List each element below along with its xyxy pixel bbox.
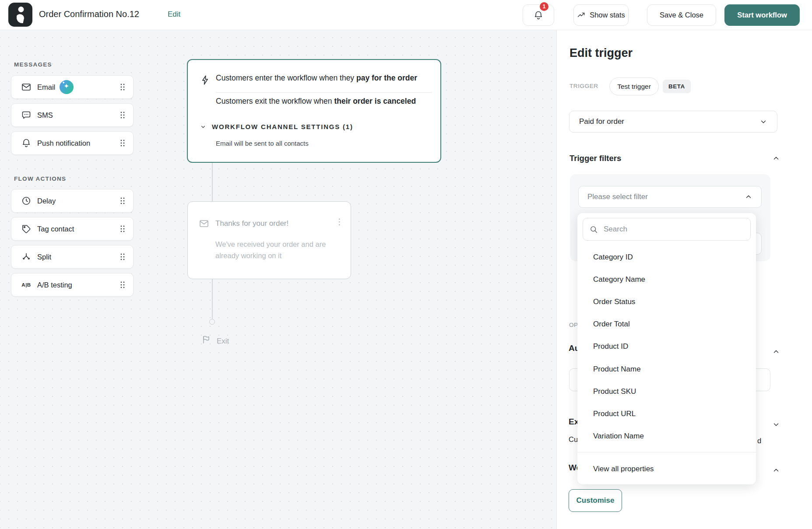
trigger-label: TRIGGER xyxy=(569,83,598,89)
messages-section-label: MESSAGES xyxy=(14,61,52,68)
email-node-body: We've received your order and are alread… xyxy=(215,238,330,261)
dropdown-item[interactable]: Product Name xyxy=(577,358,756,380)
toolbox-item-sms[interactable]: SMS xyxy=(11,103,134,127)
customise-button[interactable]: Customise xyxy=(569,489,622,512)
clock-icon xyxy=(21,196,32,206)
kebab-menu-icon[interactable]: ⋮ xyxy=(335,217,344,226)
toolbox-item-ab-testing[interactable]: A|B A/B testing xyxy=(11,273,134,297)
toolbox-item-label: SMS xyxy=(37,111,53,119)
omnisend-logo[interactable] xyxy=(8,3,32,27)
drag-handle-icon[interactable] xyxy=(119,280,126,290)
drag-handle-icon[interactable] xyxy=(119,224,126,234)
bell-icon xyxy=(21,138,32,148)
dropdown-item[interactable]: Category ID xyxy=(577,246,756,268)
flag-icon xyxy=(201,334,211,345)
dropdown-item[interactable]: Order Total xyxy=(577,313,756,336)
logo-glyph xyxy=(8,3,32,27)
edit-title-link[interactable]: Edit xyxy=(168,10,180,19)
divider xyxy=(577,452,756,452)
dropdown-search-box[interactable] xyxy=(583,218,751,241)
workflow-channel-settings-toggle[interactable]: WORKFLOW CHANNEL SETTINGS (1) xyxy=(200,123,353,130)
connector-endpoint xyxy=(209,319,215,325)
dropdown-item[interactable]: Variation Name xyxy=(577,425,756,448)
dropdown-item[interactable]: Product URL xyxy=(577,403,756,425)
chevron-down-icon xyxy=(200,124,206,130)
exit-step-label: Exit xyxy=(217,337,229,346)
toolbox-item-split[interactable]: Split xyxy=(11,245,134,269)
trigger-enter-text: Customers enter the workflow when they p… xyxy=(216,74,417,83)
channel-settings-label: WORKFLOW CHANNEL SETTINGS (1) xyxy=(212,123,353,130)
search-icon xyxy=(590,225,598,234)
bell-icon xyxy=(533,10,544,21)
drag-handle-icon[interactable] xyxy=(119,196,126,206)
trigger-type-select[interactable]: Paid for order xyxy=(569,111,777,133)
chevron-down-icon xyxy=(759,118,767,126)
filter-select[interactable]: Please select filter xyxy=(578,186,762,208)
dropdown-item[interactable]: Order Status xyxy=(577,291,756,313)
drag-handle-icon[interactable] xyxy=(119,252,126,262)
chat-bubble-icon xyxy=(21,110,32,120)
toolbox-item-label: Split xyxy=(37,253,51,261)
toolbox-item-label: Delay xyxy=(37,197,56,205)
trending-up-icon xyxy=(577,11,586,20)
test-trigger-button[interactable]: Test trigger xyxy=(609,77,659,95)
channel-settings-note: Email will be sent to all contacts xyxy=(216,140,309,147)
dropdown-search-input[interactable] xyxy=(603,224,750,234)
envelope-icon xyxy=(199,218,209,229)
chevron-up-icon[interactable] xyxy=(772,348,780,356)
chevron-up-icon[interactable] xyxy=(772,466,780,474)
filter-dropdown: Category ID Category Name Order Status O… xyxy=(577,213,756,484)
start-workflow-button[interactable]: Start workflow xyxy=(724,4,800,26)
operator-label-partial: OP xyxy=(569,322,578,328)
notification-count-badge: 1 xyxy=(540,2,548,11)
save-and-close-button[interactable]: Save & Close xyxy=(647,4,716,26)
split-icon xyxy=(21,252,32,262)
workflow-title: Order Confirmation No.12 xyxy=(39,9,139,19)
drag-handle-icon[interactable] xyxy=(119,82,126,92)
panel-title: Edit trigger xyxy=(569,46,633,60)
top-bar: Order Confirmation No.12 Edit 1 Show sta… xyxy=(0,0,812,30)
view-all-properties-link[interactable]: View all properties xyxy=(577,458,756,480)
toolbox-item-push-notification[interactable]: Push notification xyxy=(11,131,134,155)
filter-select-placeholder: Please select filter xyxy=(587,193,648,201)
connector-line-bottom xyxy=(212,279,213,319)
trigger-type-value: Paid for order xyxy=(579,117,624,126)
notifications-button[interactable]: 1 xyxy=(523,4,554,26)
toolbox-item-label: Email xyxy=(37,83,55,91)
envelope-icon xyxy=(21,82,32,92)
email-node-title: Thanks for your order! xyxy=(215,219,288,228)
toolbox-item-label: Tag contact xyxy=(37,225,74,233)
chevron-down-icon[interactable] xyxy=(772,420,780,428)
show-stats-button[interactable]: Show stats xyxy=(573,4,629,26)
trigger-exit-text: Customers exit the workflow when their o… xyxy=(216,97,416,106)
trigger-filters-heading: Trigger filters xyxy=(569,154,621,163)
lightning-icon xyxy=(200,74,211,86)
dropdown-item[interactable]: Product ID xyxy=(577,336,756,358)
exit-description-partial-end: d xyxy=(757,437,761,445)
drag-handle-icon[interactable] xyxy=(119,138,126,148)
toolbox-item-label: Push notification xyxy=(37,139,90,147)
exit-description-partial: Cu xyxy=(569,435,578,444)
toolbox-item-tag-contact[interactable]: Tag contact xyxy=(11,217,134,241)
workflow-editor: MESSAGES Email ✦ ✦ SMS Push notification… xyxy=(0,0,812,529)
email-message-node[interactable]: Thanks for your order! ⋮ We've received … xyxy=(187,201,351,279)
save-and-close-label: Save & Close xyxy=(660,11,703,19)
dropdown-item[interactable]: Category Name xyxy=(577,268,756,291)
chevron-up-icon xyxy=(745,193,752,201)
toolbox-item-label: A/B testing xyxy=(37,281,72,289)
show-stats-label: Show stats xyxy=(590,11,625,19)
divider xyxy=(216,92,432,93)
ab-testing-icon: A|B xyxy=(21,280,32,290)
chevron-up-icon[interactable] xyxy=(772,154,780,162)
toolbox-item-delay[interactable]: Delay xyxy=(11,189,134,213)
dropdown-item[interactable]: Product SKU xyxy=(577,380,756,403)
sparkle-icon: ✦ xyxy=(62,81,65,85)
dropdown-item-list: Category ID Category Name Order Status O… xyxy=(577,246,756,448)
toolbox-item-email[interactable]: Email ✦ ✦ xyxy=(11,75,134,99)
flow-actions-section-label: FLOW ACTIONS xyxy=(14,175,66,182)
beta-badge: BETA xyxy=(663,80,691,93)
connector-line-top xyxy=(212,163,213,201)
drag-handle-icon[interactable] xyxy=(119,110,126,120)
trigger-node[interactable]: Customers enter the workflow when they p… xyxy=(187,59,441,163)
start-workflow-label: Start workflow xyxy=(737,11,787,19)
